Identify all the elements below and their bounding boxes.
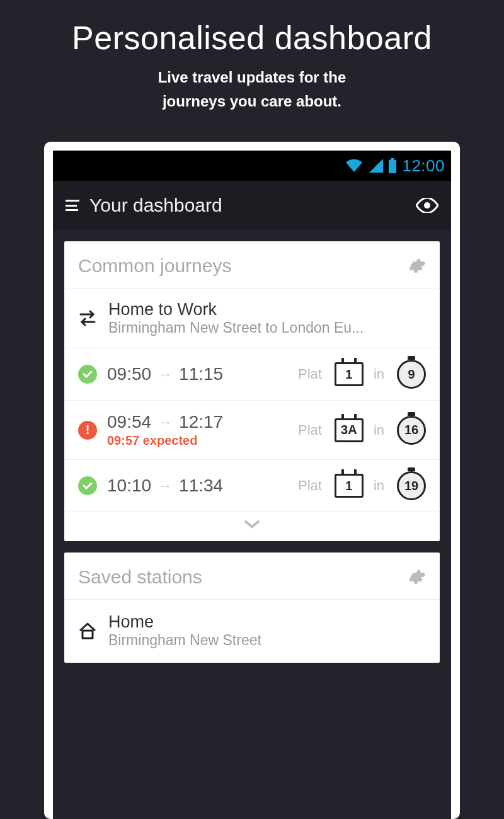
wifi-icon bbox=[345, 159, 363, 173]
countdown-badge: 16 bbox=[397, 416, 426, 445]
plat-label: Plat bbox=[298, 422, 322, 438]
phone-screen: 12:00 Your dashboard Common journeys bbox=[53, 151, 451, 819]
app-bar: Your dashboard bbox=[53, 181, 451, 230]
common-journeys-card: Common journeys Home to Work Birm bbox=[64, 241, 440, 541]
countdown-badge: 19 bbox=[397, 471, 426, 500]
departure-row[interactable]: ! 09:54 → 12:17 09:57 expected Plat 3A i… bbox=[64, 401, 440, 460]
svg-rect-5 bbox=[83, 631, 93, 638]
countdown-badge: 9 bbox=[397, 360, 426, 389]
plat-label: Plat bbox=[298, 478, 322, 494]
arrow-right-icon: → bbox=[158, 365, 173, 383]
android-status-bar: 12:00 bbox=[53, 151, 451, 181]
svg-rect-0 bbox=[391, 158, 394, 160]
app-bar-title: Your dashboard bbox=[89, 195, 406, 216]
home-icon bbox=[78, 622, 97, 639]
platform-badge: 1 bbox=[335, 474, 364, 498]
departure-time: 10:10 bbox=[107, 476, 151, 496]
plat-label: Plat bbox=[298, 366, 322, 382]
arrow-right-icon: → bbox=[158, 477, 173, 495]
gear-icon[interactable] bbox=[407, 256, 426, 275]
departure-time: 09:54 bbox=[107, 412, 151, 432]
svg-rect-1 bbox=[389, 160, 396, 173]
promo-title: Personalised dashboard bbox=[0, 19, 504, 57]
swap-icon bbox=[78, 309, 97, 327]
common-journeys-header: Common journeys bbox=[64, 241, 440, 289]
departure-time: 09:50 bbox=[107, 364, 151, 384]
in-label: in bbox=[374, 422, 384, 438]
journey-subtitle: Birmingham New Street to London Eu... bbox=[108, 319, 426, 336]
cell-signal-icon bbox=[368, 159, 383, 173]
saved-stations-title: Saved stations bbox=[78, 566, 407, 588]
arrow-right-icon: → bbox=[158, 413, 173, 431]
svg-point-2 bbox=[424, 202, 430, 209]
departure-row[interactable]: 10:10 → 11:34 Plat 1 in 19 bbox=[64, 460, 440, 512]
statusbar-clock: 12:00 bbox=[402, 156, 445, 176]
platform-badge: 1 bbox=[335, 362, 364, 386]
arrival-time: 12:17 bbox=[179, 412, 223, 432]
promo-banner: Personalised dashboard Live travel updat… bbox=[0, 0, 504, 114]
expected-time: 09:57 expected bbox=[107, 433, 223, 448]
phone-frame: 12:00 Your dashboard Common journeys bbox=[44, 142, 460, 819]
platform-badge: 3A bbox=[335, 418, 364, 442]
status-ok-icon bbox=[78, 365, 97, 384]
common-journeys-title: Common journeys bbox=[78, 255, 407, 277]
arrival-time: 11:15 bbox=[179, 364, 223, 384]
in-label: in bbox=[374, 366, 384, 382]
saved-stations-card: Saved stations Home Birmingham New Stree… bbox=[64, 553, 440, 663]
in-label: in bbox=[374, 478, 384, 494]
gear-icon[interactable] bbox=[407, 568, 426, 587]
battery-icon bbox=[388, 158, 397, 173]
arrival-time: 11:34 bbox=[179, 476, 223, 496]
visibility-icon[interactable] bbox=[416, 198, 438, 213]
status-warn-icon: ! bbox=[78, 421, 97, 440]
departure-row[interactable]: 09:50 → 11:15 Plat 1 in 9 bbox=[64, 348, 440, 401]
saved-stations-header: Saved stations bbox=[64, 553, 440, 600]
dashboard-scroll[interactable]: Common journeys Home to Work Birm bbox=[53, 230, 451, 819]
station-subtitle: Birmingham New Street bbox=[108, 632, 261, 649]
journey-summary[interactable]: Home to Work Birmingham New Street to Lo… bbox=[64, 289, 440, 348]
journey-title: Home to Work bbox=[108, 300, 426, 319]
expand-button[interactable] bbox=[64, 512, 440, 541]
menu-icon[interactable] bbox=[66, 200, 79, 211]
saved-station-row[interactable]: Home Birmingham New Street bbox=[64, 600, 440, 663]
status-ok-icon bbox=[78, 476, 97, 495]
promo-subtitle: Live travel updates for the journeys you… bbox=[0, 66, 504, 114]
station-name: Home bbox=[108, 612, 261, 632]
